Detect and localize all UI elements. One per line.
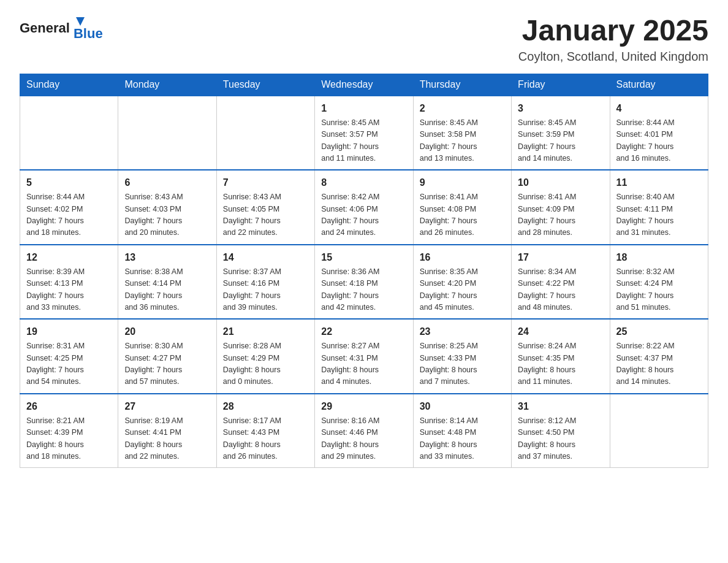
calendar-cell: 7Sunrise: 8:43 AMSunset: 4:05 PMDaylight…: [216, 170, 314, 245]
day-number: 3: [518, 101, 603, 116]
day-number: 23: [420, 324, 505, 339]
calendar-cell: 3Sunrise: 8:45 AMSunset: 3:59 PMDaylight…: [512, 96, 610, 170]
calendar-cell: 23Sunrise: 8:25 AMSunset: 4:33 PMDayligh…: [413, 319, 511, 394]
day-info: Sunrise: 8:24 AMSunset: 4:35 PMDaylight:…: [518, 340, 603, 388]
day-info: Sunrise: 8:21 AMSunset: 4:39 PMDaylight:…: [26, 415, 112, 463]
calendar-cell: 21Sunrise: 8:28 AMSunset: 4:29 PMDayligh…: [216, 319, 314, 394]
day-info: Sunrise: 8:41 AMSunset: 4:08 PMDaylight:…: [420, 191, 505, 239]
calendar-cell: [610, 394, 708, 468]
day-info: Sunrise: 8:45 AMSunset: 3:59 PMDaylight:…: [518, 117, 603, 165]
logo: General Blue: [20, 15, 103, 42]
day-info: Sunrise: 8:43 AMSunset: 4:05 PMDaylight:…: [223, 191, 308, 239]
day-info: Sunrise: 8:30 AMSunset: 4:27 PMDaylight:…: [124, 340, 210, 388]
day-number: 19: [26, 324, 112, 339]
day-number: 7: [223, 175, 308, 190]
day-number: 24: [518, 324, 603, 339]
day-number: 14: [223, 250, 308, 265]
calendar-header-row: SundayMondayTuesdayWednesdayThursdayFrid…: [20, 74, 708, 96]
weekday-header-thursday: Thursday: [413, 74, 511, 96]
calendar-cell: 17Sunrise: 8:34 AMSunset: 4:22 PMDayligh…: [512, 245, 610, 320]
calendar-cell: 14Sunrise: 8:37 AMSunset: 4:16 PMDayligh…: [216, 245, 314, 320]
day-number: 25: [616, 324, 702, 339]
day-info: Sunrise: 8:32 AMSunset: 4:24 PMDaylight:…: [616, 266, 702, 314]
calendar-cell: 2Sunrise: 8:45 AMSunset: 3:58 PMDaylight…: [413, 96, 511, 170]
day-number: 26: [26, 399, 112, 414]
day-number: 5: [26, 175, 112, 190]
calendar-cell: 12Sunrise: 8:39 AMSunset: 4:13 PMDayligh…: [20, 245, 118, 320]
day-number: 31: [518, 399, 603, 414]
day-info: Sunrise: 8:14 AMSunset: 4:48 PMDaylight:…: [420, 415, 505, 463]
day-number: 18: [616, 250, 702, 265]
day-number: 27: [124, 399, 210, 414]
calendar-cell: 5Sunrise: 8:44 AMSunset: 4:02 PMDaylight…: [20, 170, 118, 245]
weekday-header-saturday: Saturday: [610, 74, 708, 96]
day-number: 11: [616, 175, 702, 190]
calendar-cell: 27Sunrise: 8:19 AMSunset: 4:41 PMDayligh…: [118, 394, 216, 468]
day-number: 8: [321, 175, 406, 190]
day-number: 10: [518, 175, 603, 190]
day-number: 15: [321, 250, 406, 265]
month-title: January 2025: [518, 15, 708, 47]
calendar-cell: [20, 96, 118, 170]
day-info: Sunrise: 8:41 AMSunset: 4:09 PMDaylight:…: [518, 191, 603, 239]
day-number: 30: [420, 399, 505, 414]
calendar-cell: 19Sunrise: 8:31 AMSunset: 4:25 PMDayligh…: [20, 319, 118, 394]
calendar-cell: 30Sunrise: 8:14 AMSunset: 4:48 PMDayligh…: [413, 394, 511, 468]
weekday-header-monday: Monday: [118, 74, 216, 96]
calendar-cell: 6Sunrise: 8:43 AMSunset: 4:03 PMDaylight…: [118, 170, 216, 245]
day-info: Sunrise: 8:19 AMSunset: 4:41 PMDaylight:…: [124, 415, 210, 463]
calendar-cell: [118, 96, 216, 170]
calendar-cell: 4Sunrise: 8:44 AMSunset: 4:01 PMDaylight…: [610, 96, 708, 170]
day-number: 13: [124, 250, 210, 265]
weekday-header-friday: Friday: [512, 74, 610, 96]
day-number: 1: [321, 101, 406, 116]
day-info: Sunrise: 8:31 AMSunset: 4:25 PMDaylight:…: [26, 340, 112, 388]
calendar-cell: 10Sunrise: 8:41 AMSunset: 4:09 PMDayligh…: [512, 170, 610, 245]
calendar-cell: 9Sunrise: 8:41 AMSunset: 4:08 PMDaylight…: [413, 170, 511, 245]
page-header: General Blue January 2025 Coylton, Scotl…: [20, 15, 708, 64]
calendar-cell: 24Sunrise: 8:24 AMSunset: 4:35 PMDayligh…: [512, 319, 610, 394]
week-row-3: 12Sunrise: 8:39 AMSunset: 4:13 PMDayligh…: [20, 245, 708, 320]
calendar-cell: 13Sunrise: 8:38 AMSunset: 4:14 PMDayligh…: [118, 245, 216, 320]
calendar-cell: 15Sunrise: 8:36 AMSunset: 4:18 PMDayligh…: [315, 245, 413, 320]
calendar-cell: 1Sunrise: 8:45 AMSunset: 3:57 PMDaylight…: [315, 96, 413, 170]
calendar-cell: 16Sunrise: 8:35 AMSunset: 4:20 PMDayligh…: [413, 245, 511, 320]
day-info: Sunrise: 8:35 AMSunset: 4:20 PMDaylight:…: [420, 266, 505, 314]
week-row-1: 1Sunrise: 8:45 AMSunset: 3:57 PMDaylight…: [20, 96, 708, 170]
week-row-5: 26Sunrise: 8:21 AMSunset: 4:39 PMDayligh…: [20, 394, 708, 468]
svg-marker-0: [76, 17, 85, 26]
calendar-cell: 28Sunrise: 8:17 AMSunset: 4:43 PMDayligh…: [216, 394, 314, 468]
day-number: 29: [321, 399, 406, 414]
day-info: Sunrise: 8:38 AMSunset: 4:14 PMDaylight:…: [124, 266, 210, 314]
day-info: Sunrise: 8:34 AMSunset: 4:22 PMDaylight:…: [518, 266, 603, 314]
day-info: Sunrise: 8:16 AMSunset: 4:46 PMDaylight:…: [321, 415, 406, 463]
day-number: 6: [124, 175, 210, 190]
calendar-cell: 29Sunrise: 8:16 AMSunset: 4:46 PMDayligh…: [315, 394, 413, 468]
calendar-table: SundayMondayTuesdayWednesdayThursdayFrid…: [20, 74, 708, 469]
day-number: 4: [616, 101, 702, 116]
day-number: 22: [321, 324, 406, 339]
day-info: Sunrise: 8:22 AMSunset: 4:37 PMDaylight:…: [616, 340, 702, 388]
day-info: Sunrise: 8:25 AMSunset: 4:33 PMDaylight:…: [420, 340, 505, 388]
calendar-cell: 8Sunrise: 8:42 AMSunset: 4:06 PMDaylight…: [315, 170, 413, 245]
location-text: Coylton, Scotland, United Kingdom: [518, 50, 708, 64]
day-number: 21: [223, 324, 308, 339]
calendar-cell: 26Sunrise: 8:21 AMSunset: 4:39 PMDayligh…: [20, 394, 118, 468]
day-info: Sunrise: 8:42 AMSunset: 4:06 PMDaylight:…: [321, 191, 406, 239]
day-info: Sunrise: 8:27 AMSunset: 4:31 PMDaylight:…: [321, 340, 406, 388]
day-info: Sunrise: 8:43 AMSunset: 4:03 PMDaylight:…: [124, 191, 210, 239]
day-info: Sunrise: 8:45 AMSunset: 3:58 PMDaylight:…: [420, 117, 505, 165]
day-info: Sunrise: 8:37 AMSunset: 4:16 PMDaylight:…: [223, 266, 308, 314]
calendar-cell: 18Sunrise: 8:32 AMSunset: 4:24 PMDayligh…: [610, 245, 708, 320]
day-info: Sunrise: 8:39 AMSunset: 4:13 PMDaylight:…: [26, 266, 112, 314]
day-info: Sunrise: 8:17 AMSunset: 4:43 PMDaylight:…: [223, 415, 308, 463]
day-info: Sunrise: 8:45 AMSunset: 3:57 PMDaylight:…: [321, 117, 406, 165]
logo-general-text: General: [20, 20, 70, 36]
calendar-cell: 25Sunrise: 8:22 AMSunset: 4:37 PMDayligh…: [610, 319, 708, 394]
week-row-4: 19Sunrise: 8:31 AMSunset: 4:25 PMDayligh…: [20, 319, 708, 394]
day-number: 28: [223, 399, 308, 414]
day-number: 17: [518, 250, 603, 265]
day-info: Sunrise: 8:12 AMSunset: 4:50 PMDaylight:…: [518, 415, 603, 463]
calendar-cell: 11Sunrise: 8:40 AMSunset: 4:11 PMDayligh…: [610, 170, 708, 245]
title-block: January 2025 Coylton, Scotland, United K…: [518, 15, 708, 64]
